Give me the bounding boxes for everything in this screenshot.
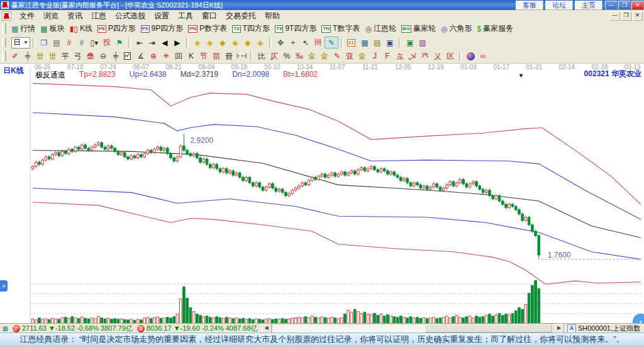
scale-tool-1-icon[interactable]: ◈: [191, 37, 204, 48]
draw-pen-icon[interactable]: ✎: [331, 51, 343, 62]
candle-style-combo-icon[interactable]: ▯▾: [88, 37, 101, 48]
gann-fan-icon[interactable]: 亚: [343, 51, 356, 62]
child-restore-button[interactable]: ❐: [621, 11, 631, 21]
send-icon[interactable]: ▨: [416, 37, 429, 48]
p-square-button[interactable]: P8P四方形: [95, 23, 138, 35]
golden-ratio-icon[interactable]: 金: [356, 51, 369, 62]
crosshair-icon[interactable]: ＋: [287, 37, 299, 48]
scroll-left-icon[interactable]: ◀: [262, 324, 272, 333]
n2-tool-icon[interactable]: n²: [122, 51, 135, 62]
level-tool-icon[interactable]: 平: [59, 51, 72, 62]
menu-item-公式选股[interactable]: 公式选股: [111, 9, 150, 23]
t-square-button[interactable]: T8T四方形: [230, 23, 272, 35]
left-panel-toggle[interactable]: ≡: [0, 280, 8, 292]
gann-grid-red-icon[interactable]: 节: [197, 51, 210, 62]
info-panel-icon[interactable]: ▤: [50, 37, 63, 48]
pen-tool-icon[interactable]: ✐: [9, 51, 21, 62]
grid-tool-icon[interactable]: ╪: [21, 51, 34, 62]
next-bar-icon[interactable]: ▶: [171, 37, 184, 48]
prev-bar-icon[interactable]: ◀: [158, 37, 171, 48]
target-tool-icon[interactable]: ⊕: [147, 51, 160, 62]
menu-item-窗口[interactable]: 窗口: [197, 9, 221, 23]
slash-cut-icon[interactable]: 乄: [406, 51, 419, 62]
child-close-button[interactable]: ✕: [632, 11, 643, 21]
menu-item-工具[interactable]: 工具: [174, 9, 197, 23]
box-tool-icon[interactable]: 回: [172, 51, 185, 62]
trend-split-icon[interactable]: 彑: [394, 51, 406, 62]
last-page-icon[interactable]: ⇥: [146, 37, 158, 48]
menu-item-设置[interactable]: 设置: [150, 9, 174, 23]
drag-hand-icon[interactable]: ✥: [274, 37, 287, 48]
window-layout-icon[interactable]: ❒: [38, 37, 50, 48]
ninep-square-button[interactable]: P99P四方形: [138, 23, 186, 35]
p-table-button[interactable]: PNP数字表: [186, 23, 230, 35]
scale-tool-4-icon[interactable]: ◈: [229, 37, 242, 48]
cycle-tool-icon[interactable]: 叠: [84, 51, 97, 62]
wall-tool-1-icon[interactable]: 丗: [34, 51, 47, 62]
ladder-tool-icon[interactable]: 冊: [223, 51, 235, 62]
first-page-icon[interactable]: ⇤: [133, 37, 146, 48]
range-tool-icon[interactable]: ⊦⊣: [235, 51, 248, 62]
ruler-tool-icon[interactable]: ╪: [109, 51, 122, 62]
homepage-button[interactable]: 主页: [575, 1, 602, 10]
calculator-icon[interactable]: ▦: [358, 37, 371, 48]
compare-tool-icon[interactable]: 比: [255, 51, 268, 62]
scale-tool-2-icon[interactable]: ◈: [204, 37, 216, 48]
scrollbar-thumb[interactable]: [425, 324, 552, 333]
angle-tool-icon[interactable]: ∡: [135, 51, 147, 62]
zone-tool-icon[interactable]: 区: [444, 51, 457, 62]
bar-chart-red-icon[interactable]: #: [63, 37, 75, 48]
forum-button[interactable]: 论坛: [545, 1, 573, 10]
memo-icon[interactable]: ▤: [371, 37, 384, 48]
percent-tool-icon[interactable]: %: [280, 51, 293, 62]
permille-tool-icon[interactable]: ‰: [293, 51, 306, 62]
flag-icon[interactable]: ⚑: [113, 37, 126, 48]
kline-chart[interactable]: 2.92001.7600: [0, 64, 644, 324]
scrollbar-track[interactable]: [272, 324, 554, 333]
gann-ball-icon[interactable]: [464, 51, 477, 62]
f-line-icon[interactable]: F: [381, 51, 394, 62]
rhythm-grid-icon[interactable]: 卌: [312, 37, 325, 48]
scale-tool-3-icon[interactable]: ◆: [216, 37, 229, 48]
golden-box-icon[interactable]: 金: [318, 51, 331, 62]
restore-button[interactable]: ❐: [618, 1, 631, 10]
t-table-button[interactable]: TNT数字表: [319, 23, 362, 35]
pointer-icon[interactable]: ↖: [299, 37, 312, 48]
quotes-grid-icon[interactable]: ▦: [1, 325, 9, 332]
kline-button[interactable]: ▮▯K线: [67, 23, 95, 35]
gann-wheel-button[interactable]: ◎江恩轮: [362, 23, 398, 35]
scroll-right-icon[interactable]: ▶: [554, 324, 564, 333]
bar-chart-blue-icon[interactable]: #: [75, 37, 88, 48]
winner-service-button[interactable]: $赢家服务: [474, 23, 516, 35]
draw-line-icon[interactable]: ✎: [325, 37, 338, 48]
wave-tool-icon[interactable]: 癶: [419, 51, 431, 62]
menu-item-文件[interactable]: 文件: [15, 9, 39, 23]
wall-tool-2-icon[interactable]: 丗: [47, 51, 59, 62]
menu-item-资讯[interactable]: 资讯: [63, 9, 87, 23]
period-combo[interactable]: 日▼: [11, 37, 30, 48]
j-line-icon[interactable]: J: [369, 51, 381, 62]
arc-tool-icon[interactable]: 弓: [72, 51, 84, 62]
horizontal-scrollbar[interactable]: ◀ ▶: [262, 324, 564, 333]
customer-service-button[interactable]: 客服: [516, 1, 543, 10]
stock-pick-icon[interactable]: 投: [101, 37, 113, 48]
winner-wheel-button[interactable]: BG赢家轮: [399, 23, 438, 35]
golden-circle-icon[interactable]: 金: [306, 51, 318, 62]
star-tool-icon[interactable]: ✳: [160, 51, 172, 62]
ellipse-tool-icon[interactable]: ⊖: [97, 51, 109, 62]
menu-item-江恩[interactable]: 江恩: [87, 9, 111, 23]
child-minimize-button[interactable]: —: [609, 11, 620, 21]
scale-tool-5-icon[interactable]: ◆: [242, 37, 254, 48]
ninet-square-button[interactable]: T99T四方形: [272, 23, 319, 35]
close-button[interactable]: ✕: [631, 1, 644, 10]
menu-item-交易委托[interactable]: 交易委托: [221, 9, 260, 23]
cross-cut-icon[interactable]: 乂: [431, 51, 444, 62]
minimize-button[interactable]: —: [605, 1, 618, 10]
infinity-tool-icon[interactable]: ∞: [477, 51, 489, 62]
sectors-button[interactable]: ▩板块: [38, 23, 67, 35]
kline-period-tab[interactable]: 日K线: [3, 65, 24, 76]
scale-tool-6-icon[interactable]: ◈: [254, 37, 267, 48]
save-icon[interactable]: ▣: [384, 37, 396, 48]
save-export-icon[interactable]: ▣: [404, 37, 416, 48]
market-quotes-button[interactable]: ▦行情: [9, 23, 38, 35]
